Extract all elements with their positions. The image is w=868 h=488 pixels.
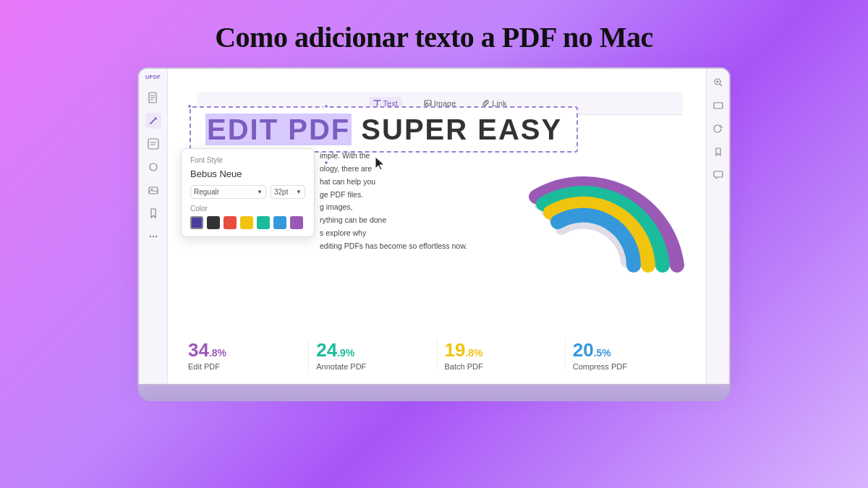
font-controls: Regualr ▼ 32pt ▼ <box>190 185 305 199</box>
svg-point-13 <box>155 236 156 237</box>
font-size-value: 32pt <box>274 188 288 196</box>
arc-graphic <box>496 132 699 298</box>
app-container: UPDF <box>139 69 729 384</box>
font-style-popup: Font Style Bebus Neue Regualr ▼ 32pt ▼ <box>181 148 315 237</box>
stat-label-edit-pdf: Edit PDF <box>188 362 220 371</box>
svg-line-17 <box>720 84 722 86</box>
headline-edit-pdf: EDIT PDF <box>205 114 352 145</box>
right-icon-zoom[interactable] <box>710 74 726 90</box>
body-text-line2: ology, there are <box>320 163 475 176</box>
sidebar-icon-edit[interactable] <box>145 113 161 129</box>
pdf-page: EDIT PDF SUPER EASY Font Style Bebus Neu… <box>168 92 706 384</box>
stat-label-annotate: Annotate PDF <box>316 362 366 371</box>
right-icon-fit[interactable] <box>710 98 726 114</box>
body-text-line6: rything can be done <box>320 214 475 227</box>
svg-point-11 <box>149 236 150 237</box>
stat-label-compress: Compress PDF <box>573 362 627 371</box>
svg-point-12 <box>152 236 153 237</box>
laptop-screen: UPDF <box>137 67 731 385</box>
color-swatch-teal[interactable] <box>257 216 270 229</box>
stat-dec-batch: .8% <box>465 347 482 359</box>
stat-dec-compress: .5% <box>594 347 611 359</box>
stat-big-annotate: 24 <box>316 339 337 361</box>
color-swatch-purple[interactable] <box>190 216 203 229</box>
right-icon-rotate[interactable] <box>710 121 726 137</box>
stat-number-compress: 20.5% <box>573 340 611 361</box>
body-text-line7: s explore why <box>320 227 475 240</box>
body-text-line8: editing PDFs has become so effortless no… <box>320 240 475 253</box>
stat-big-batch: 19 <box>445 339 466 361</box>
body-text-line1: imple. With the <box>320 150 475 163</box>
color-swatch-violet[interactable] <box>290 216 303 229</box>
stat-label-batch: Batch PDF <box>445 362 483 371</box>
body-text-line4: ge PDF files. <box>320 189 475 202</box>
stats-row: 34.8% Edit PDF 24.9% Annotate PDF <box>181 340 693 371</box>
right-icon-bookmark[interactable] <box>710 144 726 160</box>
sidebar-icon-more[interactable] <box>145 228 161 244</box>
color-label: Color <box>190 205 305 213</box>
stat-number-batch: 19.8% <box>445 340 483 361</box>
selection-handle-tr <box>323 103 329 109</box>
laptop-base <box>137 385 731 401</box>
color-swatch-black[interactable] <box>207 216 220 229</box>
right-icon-comment[interactable] <box>710 167 726 183</box>
sidebar-icon-doc[interactable] <box>145 90 161 106</box>
font-size-chevron: ▼ <box>296 189 302 195</box>
stat-item-edit-pdf: 34.8% Edit PDF <box>181 340 309 371</box>
selection-handle-tl <box>187 103 192 109</box>
body-text-area: imple. With the ology, there are hat can… <box>320 150 475 253</box>
body-text-line5: g images, <box>320 201 475 214</box>
color-swatch-yellow[interactable] <box>240 216 253 229</box>
svg-rect-5 <box>148 139 158 149</box>
color-swatch-red[interactable] <box>224 216 237 229</box>
page-title: Como adicionar texto a PDF no Mac <box>215 20 653 54</box>
sidebar-icon-shapes[interactable] <box>145 159 161 175</box>
updf-logo: UPDF <box>145 74 161 80</box>
stat-big-compress: 20 <box>573 339 594 361</box>
stat-item-compress-pdf: 20.5% Compress PDF <box>566 340 693 371</box>
color-swatches <box>190 216 305 229</box>
sidebar-icon-annotate[interactable] <box>145 136 161 152</box>
stat-big-edit: 34 <box>188 339 209 361</box>
font-size-select[interactable]: 32pt ▼ <box>271 185 305 199</box>
font-popup-title: Font Style <box>190 156 305 164</box>
body-text-line3: hat can help you <box>320 176 475 189</box>
font-style-select[interactable]: Regualr ▼ <box>190 185 266 199</box>
stat-number-annotate: 24.9% <box>316 340 354 361</box>
sidebar-icon-image[interactable] <box>145 182 161 198</box>
sidebar-icon-bookmark[interactable] <box>145 205 161 221</box>
font-style-value: Regualr <box>194 188 219 196</box>
main-content: Text Image <box>168 92 706 384</box>
svg-point-8 <box>150 163 157 171</box>
color-swatch-blue[interactable] <box>273 216 286 229</box>
left-sidebar: UPDF <box>139 69 168 384</box>
stat-dec-annotate: .9% <box>337 347 354 359</box>
font-name: Bebus Neue <box>190 168 305 179</box>
right-sidebar <box>706 69 729 384</box>
stat-dec-edit: .8% <box>209 347 226 359</box>
font-style-chevron: ▼ <box>257 189 263 195</box>
svg-rect-9 <box>149 187 158 194</box>
svg-rect-21 <box>714 171 723 177</box>
svg-rect-20 <box>714 103 723 108</box>
stat-number-edit-pdf: 34.8% <box>188 340 226 361</box>
stat-item-batch-pdf: 19.8% Batch PDF <box>438 340 566 371</box>
stat-item-annotate-pdf: 24.9% Annotate PDF <box>309 340 437 371</box>
laptop-wrapper: UPDF <box>137 67 731 401</box>
